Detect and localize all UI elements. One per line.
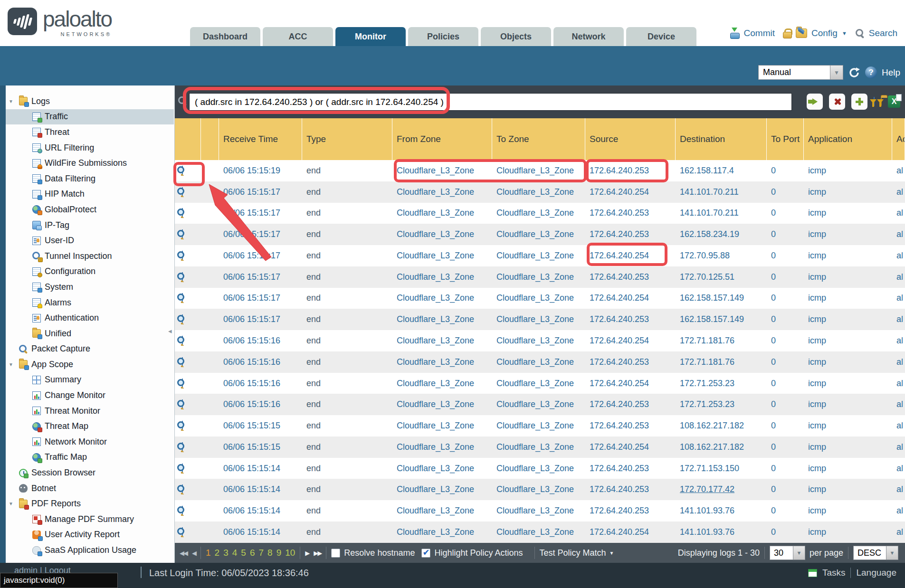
expand-triangle-icon[interactable]: ▼ [9,501,19,506]
commit-button[interactable]: Commit [744,28,775,38]
column-header-destination[interactable]: Destination [676,118,767,160]
per-page-value[interactable]: 30 [770,546,793,560]
sidebar-item-ip-tag[interactable]: IP-Tag [6,218,174,233]
next-page-icon[interactable]: ▶ [305,550,309,557]
sidebar-item-saas-application-usage[interactable]: SaaS Application Usage [6,542,174,558]
expand-triangle-icon[interactable]: ▼ [9,99,19,104]
refresh-icon[interactable] [848,66,860,79]
export-csv-button[interactable]: X [888,95,900,108]
column-header-type[interactable]: Type [302,118,392,160]
language-button[interactable]: Language [856,568,896,578]
page-number-7[interactable]: 7 [258,548,264,558]
refresh-mode-caret-icon[interactable]: ▼ [830,65,843,80]
tab-objects[interactable]: Objects [481,27,551,46]
apply-filter-button[interactable] [807,94,823,110]
sidebar-item-traffic-map[interactable]: Traffic Map [6,450,174,465]
log-detail-icon[interactable] [182,229,183,239]
log-detail-icon[interactable] [182,399,183,409]
log-detail-icon[interactable] [182,357,183,367]
sidebar-item-user-activity-report[interactable]: User Activity Report [6,527,174,543]
saved-filters-button[interactable] [881,97,882,106]
sidebar-item-pdf-reports[interactable]: ▼ PDF Reports [6,496,174,512]
column-header-blank[interactable] [201,118,219,160]
column-header-application[interactable]: Application [804,118,892,160]
sort-order-dropdown[interactable]: DESC ▼ [853,546,898,560]
page-number-4[interactable]: 4 [232,548,238,558]
log-filter-input[interactable]: ( addr.src in 172.64.240.253 ) or ( addr… [189,93,792,111]
sidebar-item-tunnel-inspection[interactable]: Tunnel Inspection [6,248,174,264]
log-detail-icon[interactable] [182,442,183,452]
page-number-1[interactable]: 1 [206,548,211,558]
sidebar-item-system[interactable]: System [6,279,174,295]
sidebar-item-user-id[interactable]: User-ID [6,233,174,248]
search-button[interactable]: Search [869,28,897,38]
log-detail-icon[interactable] [182,484,183,494]
test-policy-match-button[interactable]: Test Policy Match ▼ [540,548,614,558]
sidebar-item-wildfire-submissions[interactable]: WildFire Submissions [6,155,174,171]
sidebar-item-session-browser[interactable]: Session Browser [6,465,174,481]
page-number-8[interactable]: 8 [267,548,273,558]
sidebar-item-app-scope[interactable]: ▼ App Scope [6,357,174,372]
page-number-9[interactable]: 9 [276,548,282,558]
sidebar-item-summary[interactable]: Summary [6,372,174,388]
sidebar-item-change-monitor[interactable]: Change Monitor [6,388,174,403]
sidebar-item-data-filtering[interactable]: Data Filtering [6,171,174,187]
log-detail-icon[interactable] [182,421,183,431]
column-header-source[interactable]: Source [585,118,676,160]
tab-monitor[interactable]: Monitor [335,27,406,46]
log-detail-icon[interactable] [182,464,183,474]
tab-device[interactable]: Device [626,27,696,46]
column-header-blank[interactable] [175,118,201,160]
tab-acc[interactable]: ACC [263,27,333,46]
sidebar-item-authentication[interactable]: Authentication [6,310,174,326]
column-header-to-port[interactable]: To Port [767,118,804,160]
log-detail-icon[interactable] [182,293,183,303]
refresh-mode-dropdown[interactable]: Manual ▼ [758,65,843,80]
per-page-dropdown[interactable]: 30 ▼ [770,546,805,560]
log-detail-icon[interactable] [182,187,183,197]
page-number-6[interactable]: 6 [250,548,255,558]
lock-icon[interactable] [783,28,791,38]
config-caret-icon[interactable]: ▼ [842,30,847,36]
first-page-icon[interactable]: ◀◀ [180,550,187,557]
column-header-ac[interactable]: Ac [892,118,905,160]
sidebar-item-url-filtering[interactable]: URL Filtering [6,140,174,156]
sidebar-item-hip-match[interactable]: HIP Match [6,187,174,202]
sidebar-item-threat-monitor[interactable]: Threat Monitor [6,403,174,419]
sidebar-item-threat[interactable]: Threat [6,124,174,140]
clear-filter-button[interactable] [829,94,845,110]
log-detail-icon[interactable] [182,506,183,516]
page-number-2[interactable]: 2 [215,548,220,558]
tab-network[interactable]: Network [553,27,624,46]
expand-triangle-icon[interactable]: ▼ [9,362,19,367]
sidebar-item-botnet[interactable]: Botnet [6,481,174,496]
page-number-3[interactable]: 3 [223,548,229,558]
config-button[interactable]: Config [811,28,838,38]
log-detail-icon[interactable] [182,251,183,261]
sort-order-value[interactable]: DESC [853,546,886,560]
sidebar-item-network-monitor[interactable]: Network Monitor [6,434,174,450]
refresh-mode-value[interactable]: Manual [758,65,830,80]
sidebar-item-packet-capture[interactable]: Packet Capture [6,341,174,357]
sort-order-caret-icon[interactable]: ▼ [886,546,898,560]
tab-dashboard[interactable]: Dashboard [190,27,260,46]
sidebar-item-traffic[interactable]: Traffic [6,109,174,125]
sidebar-item-unified[interactable]: Unified [6,326,174,341]
log-detail-icon[interactable] [182,166,183,176]
highlight-policy-actions-checkbox[interactable] [421,549,430,558]
add-filter-button[interactable] [851,94,867,110]
log-detail-icon[interactable] [182,272,183,282]
sidebar-item-manage-pdf-summary[interactable]: Manage PDF Summary [6,512,174,527]
cell-destination[interactable]: 172.70.177.42 [676,484,767,494]
page-number-5[interactable]: 5 [241,548,246,558]
sidebar-item-configuration[interactable]: Configuration [6,264,174,280]
sidebar-item-globalprotect[interactable]: GlobalProtect [6,202,174,218]
log-detail-icon[interactable] [182,336,183,346]
sidebar-item-logs[interactable]: ▼ Logs [6,94,174,109]
log-detail-icon[interactable] [182,527,183,537]
column-header-receive-time[interactable]: Receive Time [219,118,302,160]
tab-policies[interactable]: Policies [408,27,478,46]
help-icon[interactable]: ? [865,66,877,78]
sidebar-collapse-icon[interactable]: ◂ [168,327,172,335]
sidebar-item-threat-map[interactable]: Threat Map [6,418,174,434]
